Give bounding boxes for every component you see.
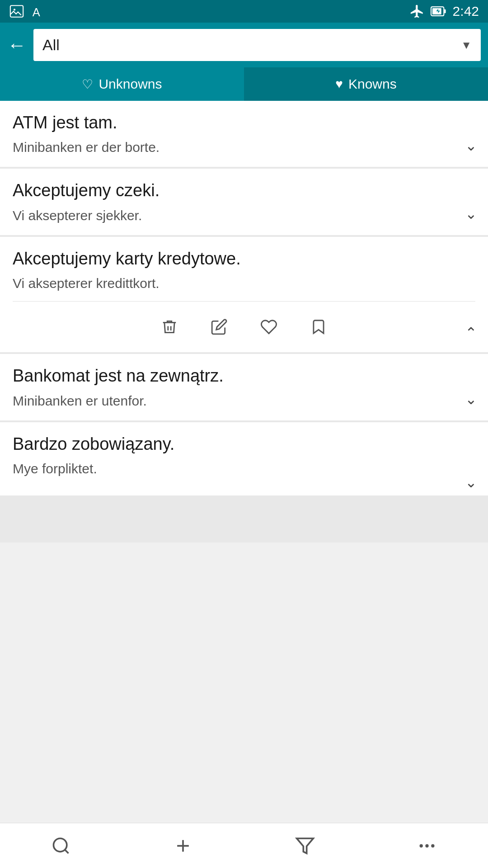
bookmark-outline-icon xyxy=(310,318,327,335)
chevron-down-icon: ⌄ xyxy=(465,391,477,408)
card-primary-text: Bankomat jest na zewnątrz. xyxy=(13,365,475,387)
svg-marker-10 xyxy=(297,838,314,853)
card-secondary-text: Mye forpliktet. xyxy=(13,460,475,477)
image-icon xyxy=(9,4,24,19)
app-header: ← All ▼ xyxy=(0,23,488,67)
text-icon: A xyxy=(30,4,45,19)
pencil-icon xyxy=(211,318,228,335)
status-right: 2:42 xyxy=(409,4,479,19)
list-item[interactable]: Akceptujemy czeki. Vi aksepterer sjekker… xyxy=(0,169,488,235)
card-secondary-text: Minibanken er utenfor. xyxy=(13,392,475,410)
favorite-button[interactable] xyxy=(244,309,294,345)
card-primary-text: Akceptujemy karty kredytowe. xyxy=(13,248,475,270)
status-bar: A 2:42 xyxy=(0,0,488,23)
svg-point-12 xyxy=(425,844,428,847)
dots-icon xyxy=(417,836,437,856)
add-button[interactable] xyxy=(156,828,210,864)
svg-line-7 xyxy=(65,849,69,853)
card-primary-text: ATM jest tam. xyxy=(13,112,475,134)
filter-icon xyxy=(295,836,315,856)
bookmark-button[interactable] xyxy=(294,309,343,345)
list-item[interactable]: ATM jest tam. Minibanken er der borte. ⌄ xyxy=(0,101,488,167)
tab-knowns[interactable]: ♥ Knowns xyxy=(244,67,488,101)
heart-filled-icon: ♥ xyxy=(335,77,343,91)
filter-button[interactable] xyxy=(278,828,332,864)
battery-charging-icon xyxy=(430,4,447,19)
svg-rect-0 xyxy=(10,5,23,17)
svg-text:A: A xyxy=(33,6,40,19)
chevron-down-icon: ⌄ xyxy=(465,205,477,222)
svg-point-13 xyxy=(431,844,434,847)
chevron-down-icon: ▼ xyxy=(461,39,472,52)
edit-button[interactable] xyxy=(194,309,244,345)
delete-button[interactable] xyxy=(145,309,194,345)
tab-unknowns-label: Unknowns xyxy=(99,76,162,92)
tab-unknowns[interactable]: ♡ Unknowns xyxy=(0,67,244,101)
card-secondary-text: Vi aksepterer sjekker. xyxy=(13,207,475,224)
card-primary-text: Bardzo zobowiązany. xyxy=(13,433,475,455)
bottom-navigation xyxy=(0,823,488,868)
clock: 2:42 xyxy=(453,4,479,19)
list-item[interactable]: Bankomat jest na zewnątrz. Minibanken er… xyxy=(0,354,488,420)
dropdown-value: All xyxy=(42,36,60,54)
card-secondary-text: Vi aksepterer kredittkort. xyxy=(13,274,475,292)
filter-dropdown[interactable]: All ▼ xyxy=(33,29,481,61)
chevron-up-icon: ⌃ xyxy=(465,324,477,341)
tab-bar: ♡ Unknowns ♥ Knowns xyxy=(0,67,488,101)
svg-point-1 xyxy=(14,9,15,10)
svg-point-6 xyxy=(54,838,67,851)
heart-outline-icon xyxy=(260,318,277,335)
search-icon xyxy=(51,836,71,856)
back-button[interactable]: ← xyxy=(7,36,26,55)
plus-icon xyxy=(173,836,193,856)
airplane-icon xyxy=(409,4,425,19)
tab-knowns-label: Knowns xyxy=(348,76,397,92)
heart-outline-icon: ♡ xyxy=(82,77,93,92)
chevron-down-icon: ⌄ xyxy=(465,137,477,154)
search-button[interactable] xyxy=(34,828,88,864)
status-icons: A xyxy=(9,4,45,19)
cards-list: ATM jest tam. Minibanken er der borte. ⌄… xyxy=(0,101,488,542)
trash-icon xyxy=(161,318,178,335)
list-item[interactable]: Akceptujemy karty kredytowe. Vi aksepter… xyxy=(0,237,488,352)
svg-rect-5 xyxy=(432,8,441,14)
chevron-down-icon: ⌄ xyxy=(465,474,477,491)
svg-point-11 xyxy=(420,844,423,847)
svg-rect-4 xyxy=(444,9,446,14)
card-secondary-text: Minibanken er der borte. xyxy=(13,138,475,156)
card-actions-bar xyxy=(13,301,475,345)
card-primary-text: Akceptujemy czeki. xyxy=(13,179,475,202)
more-button[interactable] xyxy=(400,828,454,864)
list-item[interactable]: Bardzo zobowiązany. Mye forpliktet. ⌄ xyxy=(0,422,488,495)
